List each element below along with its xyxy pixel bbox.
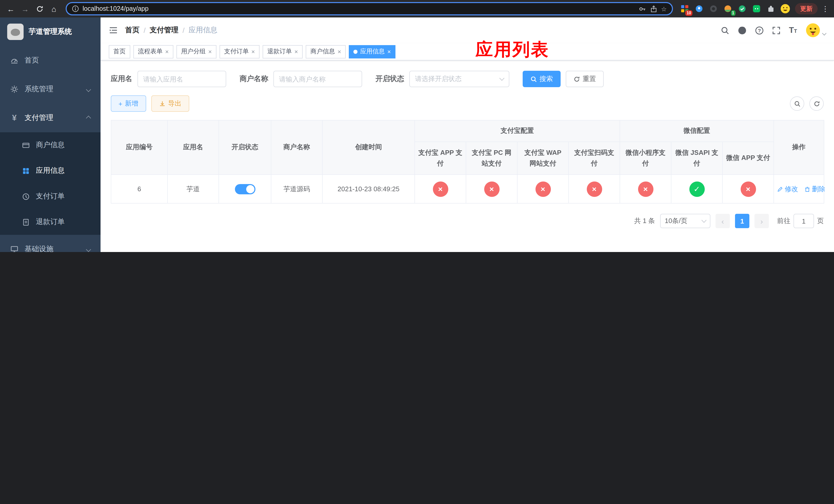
goto-label: 前往	[777, 216, 790, 226]
chevron-down-icon	[701, 217, 706, 223]
dashboard-icon	[10, 56, 19, 65]
sidebar-item-app-info[interactable]: 应用信息	[0, 158, 101, 184]
sidebar-item-system[interactable]: 系统管理	[0, 75, 101, 104]
tab-process-form[interactable]: 流程表单 ×	[133, 45, 173, 58]
merchant-name-input[interactable]	[273, 71, 362, 87]
ext-grid-badge: 10	[685, 10, 693, 16]
ext-avatar-icon[interactable]: 1	[721, 2, 734, 15]
col-status: 开启状态	[219, 120, 271, 175]
app-name-input[interactable]	[137, 71, 226, 87]
search-button[interactable]: 搜索	[523, 71, 561, 87]
logo-avatar	[7, 24, 24, 40]
fullscreen-icon[interactable]	[772, 26, 781, 35]
col-alipay-qr: 支付宝扫码支付	[569, 142, 620, 175]
bookmark-star-icon[interactable]: ☆	[661, 5, 667, 13]
prev-page-button[interactable]: ‹	[716, 214, 730, 228]
ext-wechat-devtools-icon[interactable]	[750, 2, 763, 15]
breadcrumb-item-current: 应用信息	[189, 26, 218, 35]
delete-link[interactable]: 删除	[804, 184, 825, 193]
cell-app-id: 6	[111, 175, 168, 203]
sidebar-item-home[interactable]: 首页	[0, 46, 101, 75]
tab-label: 应用信息	[360, 47, 385, 56]
user-avatar[interactable]	[805, 23, 826, 38]
add-button-label: 新增	[125, 99, 138, 108]
address-bar[interactable]: localhost:1024/pay/app ☆	[66, 2, 673, 15]
svg-text:?: ?	[758, 28, 761, 33]
current-page-button[interactable]: 1	[735, 214, 749, 228]
reset-button[interactable]: 重置	[566, 71, 604, 87]
col-wx-app: 微信 APP 支付	[722, 142, 774, 175]
profile-avatar-icon[interactable]	[778, 2, 792, 15]
sidebar-item-payment[interactable]: ¥ 支付管理	[0, 104, 101, 132]
total-count: 共 1 条	[634, 216, 655, 226]
page-size-select[interactable]: 10条/页	[660, 214, 710, 228]
status-select[interactable]: 请选择开启状态	[409, 71, 509, 87]
close-icon[interactable]: ×	[165, 48, 169, 54]
col-wx-mini: 微信小程序支付	[620, 142, 671, 175]
tab-app-info[interactable]: 应用信息 ×	[349, 45, 395, 58]
help-question-icon[interactable]: ?	[755, 26, 764, 35]
sidebar-fold-icon[interactable]	[109, 26, 118, 35]
breadcrumb-item[interactable]: 支付管理	[150, 26, 178, 35]
col-alipay-wap: 支付宝 WAP 网站支付	[517, 142, 569, 175]
browser-menu-icon[interactable]: ⋮	[821, 5, 830, 13]
sidebar-item-merchant-info[interactable]: 商户信息	[0, 132, 101, 158]
edit-link[interactable]: 修改	[777, 184, 798, 193]
password-key-icon[interactable]	[639, 5, 646, 13]
channel-status-icon: ×	[535, 181, 551, 197]
tab-label: 用户分组	[181, 47, 206, 56]
chevron-down-icon	[86, 247, 91, 252]
col-alipay-pc: 支付宝 PC 网站支付	[466, 142, 517, 175]
status-label: 开启状态	[375, 74, 404, 84]
sidebar-item-infrastructure[interactable]: 基础设施	[0, 235, 101, 252]
toggle-search-icon[interactable]	[790, 96, 804, 111]
ext-dark-circle-icon[interactable]	[707, 2, 720, 15]
sidebar-item-label: 商户信息	[36, 140, 65, 150]
tab-refund-orders[interactable]: 退款订单 ×	[263, 45, 303, 58]
home-icon[interactable]: ⌂	[47, 2, 61, 15]
cell-actions: 修改 删除	[774, 175, 824, 203]
ext-green-circle-icon[interactable]	[736, 2, 749, 15]
search-icon[interactable]	[721, 26, 729, 35]
payment-submenu: 商户信息 应用信息 支付订单	[0, 132, 101, 235]
refresh-icon[interactable]	[809, 96, 824, 111]
back-icon[interactable]: ←	[4, 2, 18, 15]
close-icon[interactable]: ×	[208, 48, 212, 54]
tab-label: 首页	[113, 47, 126, 56]
filter-form: 应用名 商户名称 开启状态 请选择开启状态 搜索	[101, 61, 834, 87]
breadcrumb-item[interactable]: 首页	[125, 26, 139, 35]
update-button[interactable]: 更新	[795, 3, 818, 14]
sidebar-item-refund-orders[interactable]: 退款订单	[0, 209, 101, 235]
sidebar-item-pay-orders[interactable]: 支付订单	[0, 184, 101, 209]
close-icon[interactable]: ×	[387, 48, 391, 54]
tab-pay-orders[interactable]: 支付订单 ×	[220, 45, 260, 58]
extensions-puzzle-icon[interactable]	[764, 2, 777, 15]
ext-grid-icon[interactable]: 10	[678, 2, 692, 15]
tab-home[interactable]: 首页	[109, 45, 130, 58]
close-icon[interactable]: ×	[337, 48, 341, 54]
cell-created: 2021-10-23 08:49:25	[322, 175, 415, 203]
tab-merchant-info[interactable]: 商户信息 ×	[306, 45, 346, 58]
github-icon[interactable]	[738, 26, 747, 35]
share-icon[interactable]	[650, 5, 658, 13]
next-page-button[interactable]: ›	[754, 214, 769, 228]
cell-merchant: 芋道源码	[271, 175, 322, 203]
enabled-toggle[interactable]	[235, 184, 255, 194]
font-size-icon[interactable]: TT	[789, 26, 797, 35]
reload-icon[interactable]	[33, 2, 46, 15]
ext-drop-icon[interactable]	[693, 2, 706, 15]
app-logo[interactable]: 芋道管理系统	[0, 18, 101, 46]
close-icon[interactable]: ×	[251, 48, 255, 54]
site-info-icon[interactable]	[72, 5, 79, 12]
tab-user-group[interactable]: 用户分组 ×	[176, 45, 216, 58]
export-button[interactable]: 导出	[151, 95, 189, 112]
tab-label: 退款订单	[267, 47, 292, 56]
forward-icon[interactable]: →	[19, 2, 32, 15]
sidebar-item-label: 基础设施	[25, 245, 53, 252]
ext-avatar-badge: 1	[731, 10, 736, 16]
goto-page-input[interactable]	[793, 214, 814, 228]
add-button[interactable]: + 新增	[111, 95, 146, 112]
merchant-name-label: 商户名称	[240, 74, 268, 84]
close-icon[interactable]: ×	[294, 48, 298, 54]
channel-status-icon: ×	[740, 181, 756, 197]
